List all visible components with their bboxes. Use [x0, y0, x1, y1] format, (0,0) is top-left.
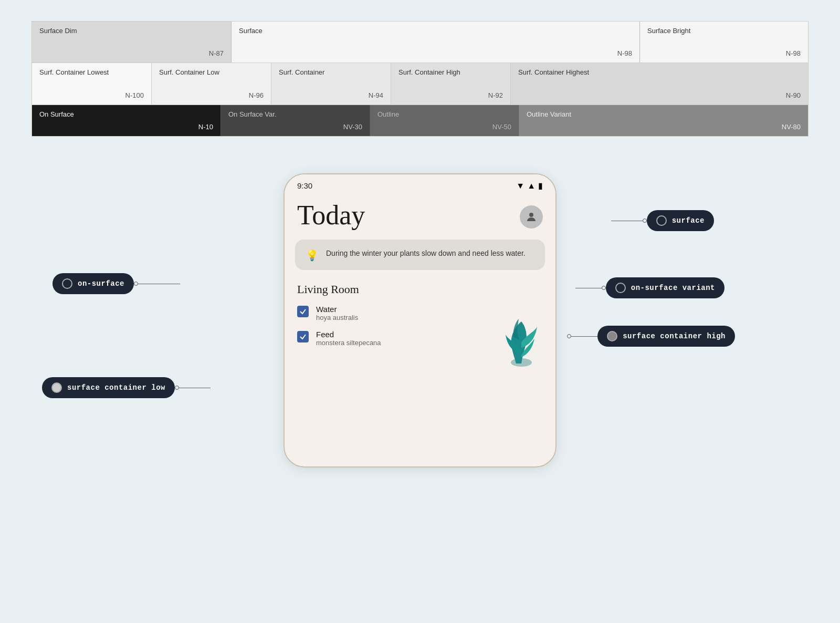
palette-cell-surf-low: Surf. Container Low N-96 [152, 63, 271, 105]
palette-section: Surface Dim N-87 Surface N-98 Surface Br… [32, 21, 808, 137]
surf-container-value: N-94 [369, 91, 383, 99]
palette-cell-surface-bright: Surface Bright N-98 [640, 22, 808, 63]
plant-illustration [498, 311, 545, 369]
surf-low-label: Surf. Container Low [159, 68, 264, 76]
battery-icon: ▮ [538, 181, 543, 191]
surf-low-value: N-96 [249, 91, 264, 99]
container-low-circle [51, 382, 62, 393]
phone-time: 9:30 [297, 181, 312, 190]
palette-row2: Surf. Container Lowest N-100 Surf. Conta… [32, 63, 808, 105]
on-surface-var-label: On Surface Var. [228, 110, 362, 118]
checkmark-icon-1 [299, 333, 307, 340]
surf-high-label: Surf. Container High [398, 68, 503, 76]
surf-container-label: Surf. Container [279, 68, 383, 76]
surface-bright-label: Surface Bright [647, 27, 801, 35]
task-list: Water hoya australis Feed monstera silte… [285, 300, 555, 364]
phone-status-icons: ▼ ▲ ▮ [516, 181, 543, 191]
surface-pill: surface [647, 210, 714, 231]
on-surface-pill: on-surface [52, 273, 134, 294]
on-surface-value: N-10 [198, 123, 213, 131]
surface-line [611, 221, 643, 221]
surface-label: Surface [239, 27, 632, 35]
palette-cell-surf-lowest: Surf. Container Lowest N-100 [32, 63, 152, 105]
surface-dim-value: N-87 [209, 49, 224, 57]
surface-container-low-pill: surface container low [42, 377, 175, 398]
on-surface-variant-circle [615, 283, 626, 293]
container-low-line [179, 388, 211, 388]
palette-cell-outline-variant: Outline Variant NV-80 [519, 105, 808, 136]
task-name-1: Feed [316, 330, 381, 339]
palette-cell-surf-high: Surf. Container High N-92 [391, 63, 511, 105]
on-surface-variant-text: on-surface variant [631, 284, 715, 292]
surf-lowest-label: Surf. Container Lowest [39, 68, 144, 76]
section-label: Living Room [285, 277, 555, 300]
palette-cell-surf-container: Surf. Container N-94 [271, 63, 391, 105]
person-icon [525, 211, 538, 223]
task-sub-0: hoya australis [316, 314, 358, 321]
outline-variant-value: NV-80 [782, 123, 801, 131]
palette-cell-outline: Outline NV-50 [370, 105, 519, 136]
surface-bright-value: N-98 [786, 49, 801, 57]
on-surface-dot [134, 282, 138, 286]
wifi-icon: ▼ [516, 181, 524, 191]
outline-value: NV-50 [492, 123, 511, 131]
surface-dim-label: Surface Dim [39, 27, 224, 35]
surf-highest-value: N-90 [786, 91, 801, 99]
outline-variant-label: Outline Variant [527, 110, 801, 118]
avatar[interactable] [520, 205, 543, 229]
on-surface-annotation: on-surface [52, 273, 180, 294]
surf-lowest-value: N-100 [125, 91, 144, 99]
on-surface-annotation-text: on-surface [78, 279, 124, 288]
task-text-0: Water hoya australis [316, 305, 358, 321]
surface-pill-circle [656, 215, 667, 226]
signal-icon: ▲ [527, 181, 536, 191]
surface-container-high-pill: surface container high [597, 326, 735, 347]
task-checkbox-1[interactable] [297, 331, 309, 342]
on-surface-variant-pill: on-surface variant [606, 277, 724, 298]
task-name-0: Water [316, 305, 358, 314]
surface-value: N-98 [617, 49, 632, 57]
surf-high-value: N-92 [488, 91, 503, 99]
surface-container-low-text: surface container low [67, 383, 165, 392]
palette-cell-on-surface-var: On Surface Var. NV-30 [221, 105, 370, 136]
on-surface-var-value: NV-30 [343, 123, 362, 131]
surface-container-high-annotation: surface container high [567, 326, 735, 347]
on-surface-pill-circle [62, 278, 72, 289]
palette-row1: Surface Dim N-87 Surface N-98 Surface Br… [32, 21, 808, 63]
on-surface-line [138, 284, 180, 284]
palette-cell-surface-dim: Surface Dim N-87 [32, 22, 232, 63]
on-surface-variant-dot [602, 286, 606, 290]
container-high-circle [607, 331, 617, 341]
phone-header: Today [285, 195, 555, 230]
phone-title: Today [297, 200, 365, 230]
palette-cell-surf-highest: Surf. Container Highest N-90 [511, 63, 808, 105]
on-surface-label: On Surface [39, 110, 213, 118]
task-sub-1: monstera siltepecana [316, 339, 381, 347]
tip-card: 💡 During the winter your plants slow dow… [295, 240, 545, 270]
lightbulb-icon: 💡 [306, 249, 319, 262]
phone-frame: 9:30 ▼ ▲ ▮ Today 💡 During the winter you… [284, 173, 556, 468]
container-high-line [571, 336, 597, 337]
outline-label: Outline [377, 110, 511, 118]
on-surface-variant-annotation: on-surface variant [575, 277, 724, 298]
task-text-1: Feed monstera siltepecana [316, 330, 381, 347]
checkmark-icon-0 [299, 308, 307, 315]
surface-annotation-text: surface [672, 216, 705, 225]
palette-cell-on-surface: On Surface N-10 [32, 105, 221, 136]
container-high-dot [567, 334, 571, 338]
phone-status-bar: 9:30 ▼ ▲ ▮ [285, 174, 555, 195]
surface-container-high-text: surface container high [623, 332, 726, 340]
on-surface-variant-line [575, 288, 602, 288]
surf-highest-label: Surf. Container Highest [518, 68, 801, 76]
tip-text: During the winter your plants slow down … [326, 248, 526, 259]
svg-point-0 [529, 213, 533, 217]
container-low-dot [175, 386, 179, 390]
phone-area: 9:30 ▼ ▲ ▮ Today 💡 During the winter you… [284, 173, 556, 468]
palette-cell-surface: Surface N-98 [232, 22, 640, 63]
surface-annotation: surface [611, 210, 714, 231]
palette-row3: On Surface N-10 On Surface Var. NV-30 Ou… [32, 105, 808, 137]
surface-container-low-annotation: surface container low [42, 377, 211, 398]
surface-connector-dot [643, 219, 647, 223]
task-checkbox-0[interactable] [297, 306, 309, 317]
